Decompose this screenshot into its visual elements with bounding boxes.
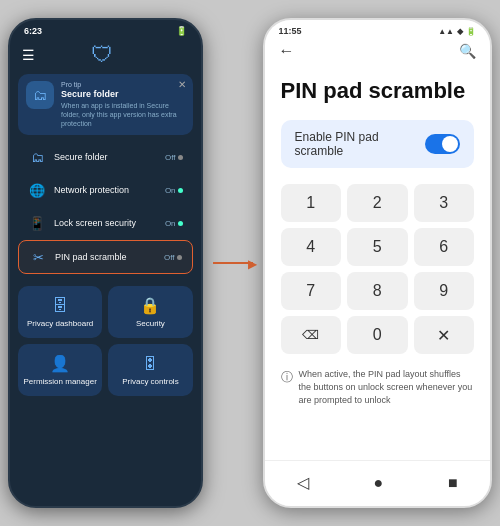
banner-folder-icon: 🗂	[33, 87, 47, 103]
security-button[interactable]: 🔒 Security	[108, 286, 192, 338]
arrow-head-icon: ▶	[248, 257, 257, 271]
left-time: 6:23	[24, 26, 42, 36]
banner-icon-wrap: 🗂	[26, 81, 54, 109]
privacy-dashboard-button[interactable]: 🗄 Privacy dashboard	[18, 286, 102, 338]
right-content: PIN pad scramble Enable PIN pad scramble…	[265, 68, 490, 460]
permission-manager-label: Permission manager	[23, 377, 96, 386]
banner-close-button[interactable]: ✕	[178, 79, 186, 90]
security-label: Security	[136, 319, 165, 328]
left-status-bar: 6:23 🔋	[10, 20, 201, 38]
menu-list: 🗂 Secure folder Off 🌐 Network protection…	[10, 141, 201, 274]
lock-screen-dot	[178, 221, 183, 226]
lock-screen-status: On	[165, 219, 183, 228]
menu-item-lock-screen[interactable]: 📱 Lock screen security On	[18, 207, 193, 239]
pin-pad-scramble-dot	[177, 255, 182, 260]
secure-folder-label: Secure folder	[54, 152, 108, 162]
banner-description: When an app is installed in Secure folde…	[61, 101, 185, 128]
privacy-dashboard-label: Privacy dashboard	[27, 319, 93, 328]
right-phone: 11:55 ▲▲ ◆ 🔋 ← 🔍 PIN pad scramble Enable…	[263, 18, 492, 508]
privacy-dashboard-icon: 🗄	[52, 297, 68, 315]
security-icon: 🔒	[140, 296, 160, 315]
network-protection-dot	[178, 188, 183, 193]
arrow-connector: ▶	[213, 233, 253, 293]
banner-title: Secure folder	[61, 89, 185, 99]
pin-key-8[interactable]: 8	[347, 272, 407, 310]
banner: 🗂 Pro tip Secure folder When an app is i…	[18, 74, 193, 135]
right-top-bar: ← 🔍	[265, 38, 490, 68]
secure-folder-dot	[178, 155, 183, 160]
menu-item-pin-pad-scramble[interactable]: ✂ PIN pad scramble Off	[18, 240, 193, 274]
bottom-grid: 🗄 Privacy dashboard 🔒 Security 👤 Permiss…	[10, 278, 201, 402]
right-time: 11:55	[279, 26, 302, 36]
network-protection-label: Network protection	[54, 185, 129, 195]
page-title: PIN pad scramble	[281, 78, 474, 104]
secure-folder-icon: 🗂	[28, 148, 46, 166]
wifi-icon: ◆	[457, 27, 463, 36]
hamburger-icon[interactable]: ☰	[22, 48, 35, 62]
menu-item-secure-folder[interactable]: 🗂 Secure folder Off	[18, 141, 193, 173]
network-protection-status: On	[165, 186, 183, 195]
banner-text: Pro tip Secure folder When an app is ins…	[61, 81, 185, 128]
permission-manager-button[interactable]: 👤 Permission manager	[18, 344, 102, 396]
pin-key-5[interactable]: 5	[347, 228, 407, 266]
search-button[interactable]: 🔍	[459, 43, 476, 59]
pin-key-cancel[interactable]: ✕	[414, 316, 474, 354]
right-status-bar: 11:55 ▲▲ ◆ 🔋	[265, 20, 490, 38]
banner-pro-tip: Pro tip	[61, 81, 185, 88]
pin-key-4[interactable]: 4	[281, 228, 341, 266]
pin-key-2[interactable]: 2	[347, 184, 407, 222]
secure-folder-status: Off	[165, 153, 183, 162]
nav-recent-button[interactable]: ■	[438, 470, 468, 496]
pin-pad: 1 2 3 4 5 6 7 8 9 ⌫ 0 ✕	[281, 184, 474, 354]
nav-home-button[interactable]: ●	[364, 470, 394, 496]
privacy-controls-label: Privacy controls	[122, 377, 178, 386]
pin-pad-scramble-label: PIN pad scramble	[55, 252, 127, 262]
left-header: ☰ 🛡	[10, 38, 201, 74]
scene: 6:23 🔋 ☰ 🛡 🗂 Pro tip Secure folder When …	[0, 0, 500, 526]
lock-screen-icon: 📱	[28, 214, 46, 232]
info-section: ⓘ When active, the PIN pad layout shuffl…	[281, 368, 474, 406]
right-status-icons: ▲▲ ◆ 🔋	[438, 27, 476, 36]
pin-pad-scramble-icon: ✂	[29, 248, 47, 266]
right-battery-icon: 🔋	[466, 27, 476, 36]
network-protection-icon: 🌐	[28, 181, 46, 199]
privacy-controls-button[interactable]: 🎛 Privacy controls	[108, 344, 192, 396]
arrow-line: ▶	[213, 262, 253, 264]
pin-key-3[interactable]: 3	[414, 184, 474, 222]
shield-logo-icon: 🛡	[91, 42, 113, 68]
back-button[interactable]: ←	[279, 42, 295, 60]
privacy-controls-icon: 🎛	[142, 355, 158, 373]
signal-icon: ▲▲	[438, 27, 454, 36]
pin-key-9[interactable]: 9	[414, 272, 474, 310]
info-icon: ⓘ	[281, 369, 293, 386]
left-battery: 🔋	[176, 26, 187, 36]
pin-key-7[interactable]: 7	[281, 272, 341, 310]
pin-key-0[interactable]: 0	[347, 316, 407, 354]
toggle-row[interactable]: Enable PIN pad scramble	[281, 120, 474, 168]
toggle-knob	[442, 136, 458, 152]
menu-item-network-protection[interactable]: 🌐 Network protection On	[18, 174, 193, 206]
pin-pad-scramble-status: Off	[164, 253, 182, 262]
pin-key-backspace[interactable]: ⌫	[281, 316, 341, 354]
info-text: When active, the PIN pad layout shuffles…	[299, 368, 474, 406]
enable-pin-scramble-toggle[interactable]	[425, 134, 460, 154]
nav-back-button[interactable]: ◁	[287, 469, 319, 496]
left-phone: 6:23 🔋 ☰ 🛡 🗂 Pro tip Secure folder When …	[8, 18, 203, 508]
permission-manager-icon: 👤	[50, 354, 70, 373]
toggle-label: Enable PIN pad scramble	[295, 130, 426, 158]
lock-screen-label: Lock screen security	[54, 218, 136, 228]
pin-key-1[interactable]: 1	[281, 184, 341, 222]
right-bottom-nav: ◁ ● ■	[265, 460, 490, 506]
pin-key-6[interactable]: 6	[414, 228, 474, 266]
